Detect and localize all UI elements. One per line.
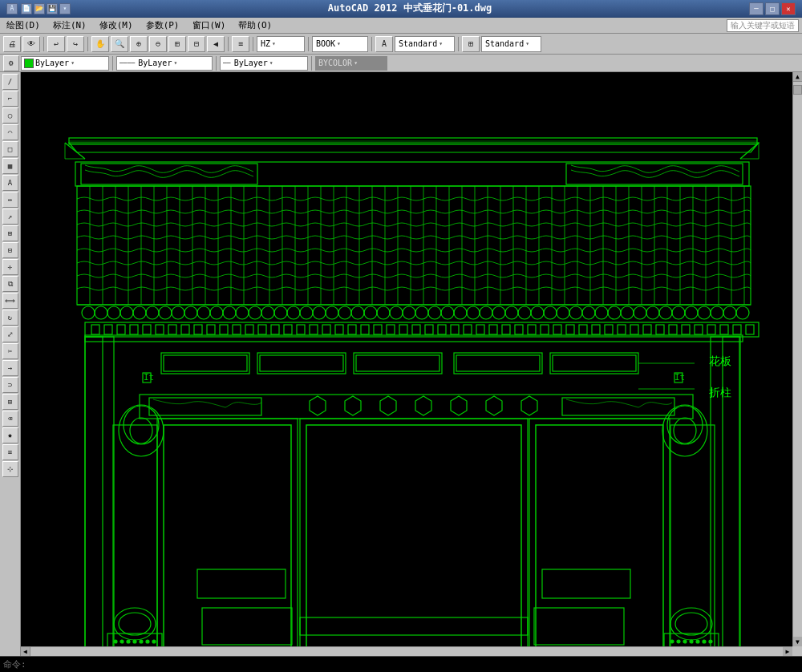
svg-point-211 <box>140 640 143 643</box>
font-dropdown[interactable]: HZ ▾ <box>257 36 305 52</box>
lt-properties[interactable]: ≡ <box>2 444 18 460</box>
tb-zoomin[interactable]: ⊕ <box>130 36 148 52</box>
tablestyle-dropdown[interactable]: Standard ▾ <box>481 36 541 52</box>
lineweight-preview: —— <box>223 59 231 67</box>
it-label2: It <box>674 372 685 383</box>
dimstyle-label: Standard <box>399 39 437 48</box>
tb-print[interactable]: 🖨 <box>3 36 21 52</box>
lt-trim[interactable]: ✂ <box>2 343 18 359</box>
save-icon[interactable]: 💾 <box>47 3 58 14</box>
svg-point-208 <box>120 640 124 643</box>
lineweight-arrow: ▾ <box>269 59 273 67</box>
layer-manager[interactable]: ⚙ <box>3 55 19 71</box>
maximize-button[interactable]: □ <box>765 2 780 15</box>
menu-params[interactable]: 参数(P) <box>143 18 183 32</box>
layer-dropdown[interactable]: ByLayer ▾ <box>21 56 109 71</box>
lt-move[interactable]: ✛ <box>2 259 18 275</box>
linetype-preview: ———— <box>119 59 135 67</box>
window-title: AutoCAD 2012 中式垂花门-01.dwg <box>71 2 749 15</box>
lineweight-dropdown[interactable]: —— ByLayer ▾ <box>220 56 308 71</box>
canvas-area[interactable]: 花板 折柱 It It ▲ ▼ ◀ ▶ <box>21 72 802 656</box>
lt-circle[interactable]: ○ <box>2 107 18 123</box>
tb-redo[interactable]: ↪ <box>67 36 84 52</box>
lt-array[interactable]: ⊞ <box>2 394 18 410</box>
lt-rotate[interactable]: ↻ <box>2 310 18 326</box>
lt-block[interactable]: ⊞ <box>2 225 18 241</box>
menu-bar: 绘图(D) 标注(N) 修改(M) 参数(P) 窗口(W) 帮助(O) 输入关键… <box>0 18 802 34</box>
lt-explode[interactable]: ✸ <box>2 427 18 443</box>
lt-text[interactable]: A <box>2 175 18 191</box>
tb-zoomout[interactable]: ⊖ <box>149 36 167 52</box>
lt-line[interactable]: / <box>2 74 18 90</box>
tb-textstyle[interactable]: A <box>375 36 393 52</box>
menu-dimension[interactable]: 标注(N) <box>50 18 90 32</box>
title-bar-icons: 📄 📂 💾 ▾ <box>21 3 71 14</box>
book-arrow: ▾ <box>337 40 341 47</box>
book-dropdown[interactable]: BOOK ▾ <box>312 36 368 52</box>
color-name: BYCOLOR <box>318 59 352 67</box>
tb-tablestyle[interactable]: ⊞ <box>462 36 480 52</box>
tb-prev[interactable]: ◀ <box>207 36 225 52</box>
linetype-name: ByLayer <box>138 59 172 67</box>
tb-preview[interactable]: 👁 <box>22 36 40 52</box>
command-line[interactable] <box>0 656 802 672</box>
search-placeholder: 输入关键字或短语 <box>731 20 795 31</box>
sep2 <box>87 37 88 51</box>
app-icon[interactable]: A <box>6 3 18 14</box>
lt-snap[interactable]: ⊹ <box>2 461 18 477</box>
lt-rect[interactable]: □ <box>2 141 18 157</box>
vertical-scrollbar[interactable]: ▲ ▼ <box>792 72 802 646</box>
search-bar[interactable]: 输入关键字或短语 <box>727 19 799 32</box>
quick-access[interactable]: ▾ <box>59 3 71 14</box>
lt-erase[interactable]: ⌫ <box>2 411 18 427</box>
linetype-dropdown[interactable]: ———— ByLayer ▾ <box>116 56 213 71</box>
zhezhu-label: 折柱 <box>709 386 731 400</box>
tb-window[interactable]: ⊟ <box>188 36 205 52</box>
command-input[interactable] <box>3 659 799 670</box>
color-arrow: ▾ <box>354 59 358 67</box>
menu-modify[interactable]: 修改(M) <box>96 18 136 32</box>
sep6 <box>371 37 372 51</box>
lt-scale[interactable]: ⤢ <box>2 326 18 342</box>
dimstyle-dropdown[interactable]: Standard ▾ <box>395 36 455 52</box>
layer-name: ByLayer <box>35 59 69 67</box>
tb-undo[interactable]: ↩ <box>47 36 65 52</box>
menu-help[interactable]: 帮助(O) <box>235 18 275 32</box>
it-label: It <box>144 372 154 383</box>
close-button[interactable]: ✕ <box>781 2 796 15</box>
horizontal-scrollbar[interactable]: ◀ ▶ <box>21 646 792 656</box>
svg-point-221 <box>696 640 699 643</box>
svg-point-218 <box>677 640 680 643</box>
lt-copy[interactable]: ⧉ <box>2 276 18 292</box>
sep5 <box>308 37 309 51</box>
lt-extend[interactable]: → <box>2 360 18 376</box>
tb-zoom[interactable]: 🔍 <box>111 36 128 52</box>
main-toolbar: 🖨 👁 ↩ ↪ ✋ 🔍 ⊕ ⊖ ⊞ ⊟ ◀ ≡ HZ ▾ BOOK ▾ A St… <box>0 34 802 55</box>
menu-window[interactable]: 窗口(W) <box>189 18 229 32</box>
sep1 <box>43 37 44 51</box>
lt-offset[interactable]: ⊃ <box>2 377 18 393</box>
svg-point-210 <box>133 640 136 643</box>
svg-point-217 <box>670 640 674 643</box>
open-icon[interactable]: 📂 <box>34 3 45 14</box>
tb-match[interactable]: ≡ <box>232 36 249 52</box>
tablestyle-label: Standard <box>485 39 524 48</box>
cad-svg <box>21 72 802 656</box>
lt-mirror[interactable]: ⟺ <box>2 293 18 309</box>
menu-draw[interactable]: 绘图(D) <box>3 18 43 32</box>
lt-insert[interactable]: ⊟ <box>2 242 18 258</box>
lt-leader[interactable]: ↗ <box>2 208 18 225</box>
lt-hatch[interactable]: ▦ <box>2 158 18 174</box>
new-icon[interactable]: 📄 <box>21 3 32 14</box>
lt-polyline[interactable]: ⌐ <box>2 91 18 107</box>
title-bar-left: A 📄 📂 💾 ▾ <box>6 3 71 14</box>
tb-extents[interactable]: ⊞ <box>168 36 186 52</box>
tb-pan[interactable]: ✋ <box>91 36 109 52</box>
sep4 <box>253 37 253 51</box>
lt-dim[interactable]: ↔ <box>2 192 18 208</box>
minimize-button[interactable]: ─ <box>749 2 764 15</box>
color-dropdown[interactable]: BYCOLOR ▾ <box>315 56 387 71</box>
lt-arc[interactable]: ⌒ <box>2 124 18 140</box>
left-toolbar: / ⌐ ○ ⌒ □ ▦ A ↔ ↗ ⊞ ⊟ ✛ ⧉ ⟺ ↻ ⤢ ✂ → ⊃ ⊞ … <box>0 72 21 656</box>
sep10 <box>311 56 312 71</box>
